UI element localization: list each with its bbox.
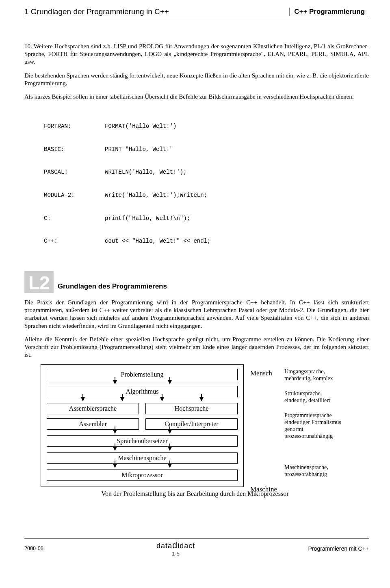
- section-badge: L2: [24, 271, 54, 293]
- paragraph-3: Als kurzes Beispiel sollen in einer tabe…: [24, 93, 369, 101]
- diagram-box-compiler: Compiler/Interpreter: [145, 418, 238, 430]
- diagram-box-translator: Sprachenübersetzer: [47, 435, 238, 447]
- chapter-header: 1 Grundlagen der Programmierung in C++ C…: [24, 7, 369, 18]
- code-stmt: FORMAT('Hallo Welt!'): [105, 123, 176, 130]
- footer-right: Programmieren mit C++: [308, 545, 369, 552]
- footer-brand: datadidact 1-5: [156, 540, 195, 557]
- arrow-down-icon: [168, 447, 172, 451]
- diagram-note-algo: Struktursprache, eindeutig, detailliert: [284, 390, 330, 404]
- arrow-down-icon: [168, 380, 172, 384]
- diagram-note-problem: Umgangssprache, mehrdeutig, komplex: [284, 368, 333, 382]
- arrow-down-icon: [120, 397, 124, 401]
- arrow-down-icon: [81, 397, 85, 401]
- arrow-down-icon: [160, 397, 164, 401]
- code-stmt: cout << "Hallo, Welt!" << endl;: [105, 237, 210, 245]
- code-stmt: printf("Hallo, Welt!\n");: [105, 215, 190, 222]
- code-lang: PASCAL:: [44, 168, 105, 176]
- diagram-note-lang: Programmiersprache eindeutiger Formalism…: [284, 412, 341, 439]
- diagram-box-algorithmus: Algorithmus: [47, 386, 238, 397]
- diagram-box-maschinensprache: Maschinensprache: [47, 452, 238, 464]
- arrow-down-icon: [113, 447, 117, 451]
- chapter-title-right: C++ Programmierung: [289, 8, 369, 16]
- diagram-caption: Von der Problemstellung bis zur Bearbeit…: [41, 490, 349, 498]
- diagram-note-machine: Maschinensprache, prozessorabhängig: [284, 464, 328, 478]
- page-footer: 2000-06 datadidact 1-5 Programmieren mit…: [24, 538, 369, 557]
- paragraph-4: Die Praxis der Grundlagen der Programmie…: [24, 299, 369, 330]
- diagram-box-hochsprache: Hochsprache: [145, 403, 238, 414]
- diagram-box-problem: Problemstellung: [47, 369, 238, 380]
- code-lang: MODULA-2:: [44, 192, 105, 199]
- paragraph-2: Die bestehenden Sprachen werden ständig …: [24, 72, 369, 87]
- diagram-box-assemblersprache: Assemblersprache: [47, 403, 139, 414]
- code-stmt: PRINT "Hallo, Welt!": [105, 146, 173, 153]
- arrow-down-icon: [113, 380, 117, 384]
- section-heading-row: L2 Grundlagen des Programmierens: [24, 271, 369, 293]
- paragraph-5: Alleine die Kenntnis der Befehle einer s…: [24, 336, 369, 359]
- code-lang: C++:: [44, 237, 105, 245]
- arrow-down-icon: [168, 464, 172, 468]
- section-title: Grundlagen des Programmierens: [58, 282, 167, 293]
- code-stmt: WRITELN('Hallo, Welt!');: [105, 168, 187, 176]
- paragraph-1: 10. Weitere Hochsprachen sind z.b. LISP …: [24, 43, 369, 66]
- diagram-box-assembler: Assembler: [47, 418, 139, 430]
- process-diagram: Problemstellung Algorithmus Assemblerspr…: [41, 364, 349, 498]
- diagram-box-mikroprozessor: Mikroprozessor: [47, 470, 238, 481]
- code-lang: C:: [44, 215, 105, 222]
- arrow-down-icon: [199, 397, 204, 401]
- code-lang: BASIC:: [44, 146, 105, 153]
- diagram-label-maschine: Maschine: [250, 485, 277, 493]
- diagram-label-mensch: Mensch: [250, 369, 272, 377]
- code-stmt: Write('Hallo, Welt!');WriteLn;: [105, 192, 207, 199]
- footer-page: 1-5: [172, 551, 180, 557]
- code-example-block: FORTRAN:FORMAT('Hallo Welt!') BASIC:PRIN…: [44, 107, 369, 261]
- footer-date: 2000-06: [24, 545, 43, 552]
- arrow-down-icon: [113, 464, 117, 468]
- arrow-down-icon: [168, 430, 172, 434]
- arrow-down-icon: [113, 430, 117, 434]
- chapter-title-left: 1 Grundlagen der Programmierung in C++: [24, 7, 169, 16]
- code-lang: FORTRAN:: [44, 123, 105, 130]
